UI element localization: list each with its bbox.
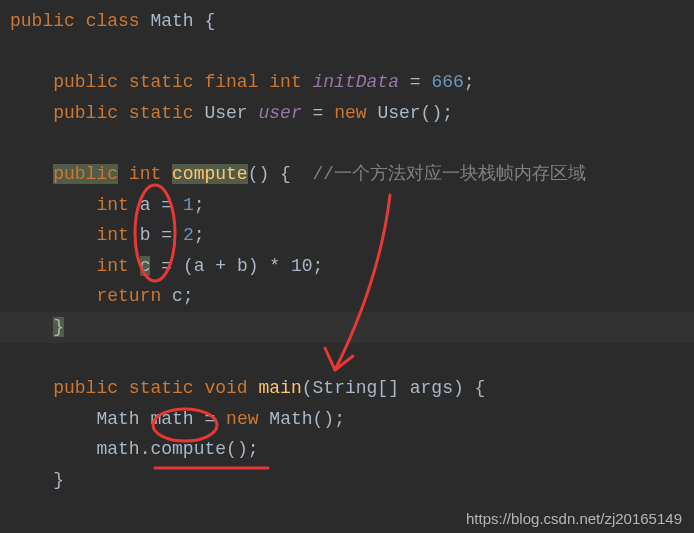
code-line-main: public static void main(String[] args) { [0,373,694,404]
semi: ; [334,409,345,429]
param-name: args [410,378,453,398]
code-line-compute: public int compute() { //一个方法对应一块栈帧内存区域 [0,159,694,190]
code-line-class: public class Math { [0,6,694,37]
parens: () [226,439,248,459]
type: int [96,256,128,276]
brace: { [280,164,291,184]
code-line-call: math.compute(); [0,434,694,465]
brace: { [204,11,215,31]
code-line-b: int b = 2; [0,220,694,251]
code-line-blank [0,37,694,68]
var: a [140,195,151,215]
expr: (a + b) * 10 [183,256,313,276]
semi: ; [183,286,194,306]
field-name: initData [313,72,399,92]
var-selected: c [140,256,151,276]
parens: () [421,103,443,123]
brace: } [53,470,64,490]
comment: //一个方法对应一块栈帧内存区域 [313,164,587,184]
op: = [161,256,172,276]
keyword: public [53,72,118,92]
code-line-close: } [0,526,694,533]
code-line-field2: public static User user = new User(); [0,98,694,129]
code-line-close: } [0,465,694,496]
keyword-public: public [10,11,75,31]
number: 2 [183,225,194,245]
param-type: String[] [313,378,399,398]
type: int [96,195,128,215]
code-line-return: return c; [0,281,694,312]
code-line-c: int c = (a + b) * 10; [0,251,694,282]
semi: ; [194,195,205,215]
type: int [96,225,128,245]
semi: ; [194,225,205,245]
code-line-close: } [0,312,694,343]
paren: ) [453,378,464,398]
method-name-selected: compute [172,164,248,184]
code-line-math: Math math = new Math(); [0,404,694,435]
code-line-a: int a = 1; [0,190,694,221]
keyword: new [226,409,258,429]
paren: ( [302,378,313,398]
semi: ; [442,103,453,123]
keyword: public [53,103,118,123]
var: math [150,409,193,429]
dot: . [140,439,151,459]
type: Math [96,409,139,429]
keyword-selected: public [53,164,118,184]
code-line-blank [0,128,694,159]
op: = [313,103,324,123]
parens: () [248,164,270,184]
obj: math [96,439,139,459]
watermark: https://blog.csdn.net/zj20165149 [466,510,682,527]
code-line-blank [0,343,694,374]
class-name: Math [150,11,193,31]
semi: ; [248,439,259,459]
var: b [140,225,151,245]
number: 1 [183,195,194,215]
parens: () [313,409,335,429]
var: c [172,286,183,306]
type: int [269,72,301,92]
op: = [161,195,172,215]
keyword: return [96,286,161,306]
op: = [161,225,172,245]
keyword: static [129,72,194,92]
keyword: new [334,103,366,123]
type: void [204,378,247,398]
keyword: final [204,72,258,92]
keyword: static [129,103,194,123]
type: int [129,164,161,184]
ctor: Math [269,409,312,429]
keyword: public [53,378,118,398]
number: 666 [431,72,463,92]
semi: ; [313,256,324,276]
method-name: main [259,378,302,398]
keyword: static [129,378,194,398]
field-name: user [259,103,302,123]
type: User [204,103,247,123]
code-editor[interactable]: public class Math { public static final … [0,0,694,533]
op: = [410,72,421,92]
op: = [204,409,215,429]
ctor: User [377,103,420,123]
semi: ; [464,72,475,92]
method-call: compute [150,439,226,459]
keyword-class: class [86,11,140,31]
brace-selected: } [53,317,64,337]
brace: { [475,378,486,398]
code-line-field1: public static final int initData = 666; [0,67,694,98]
